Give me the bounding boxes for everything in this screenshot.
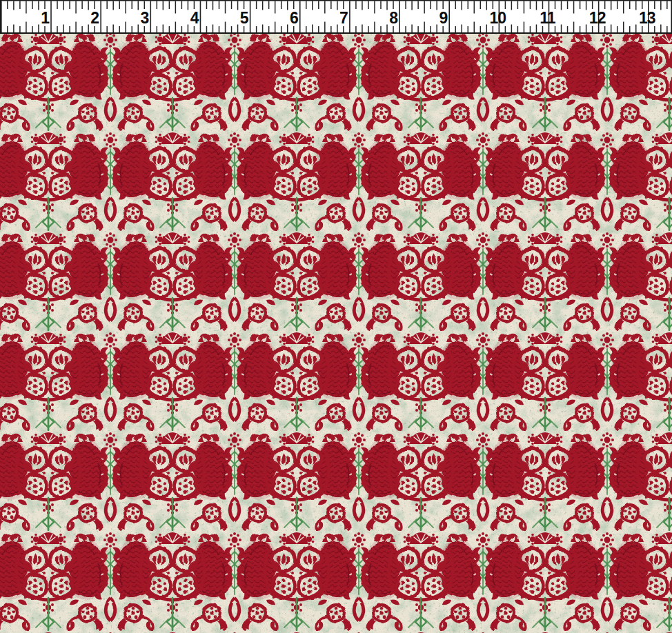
ruler-number: 12	[589, 9, 606, 27]
ruler-number: 7	[339, 9, 348, 27]
ruler-number: 6	[290, 9, 298, 27]
ruler-number: 5	[240, 9, 249, 27]
ruler: 12345678910111213	[0, 0, 672, 34]
fabric-weave-grain	[0, 34, 672, 633]
ruler-number: 11	[540, 9, 556, 27]
ruler-scale: 12345678910111213	[0, 0, 672, 34]
damask-pattern	[0, 34, 672, 633]
ruler-number: 4	[190, 9, 199, 27]
fabric-swatch-photo: 12345678910111213	[0, 0, 672, 633]
fabric-swatch	[0, 34, 672, 633]
ruler-number: 3	[141, 9, 149, 27]
ruler-number: 9	[439, 9, 447, 27]
ruler-number: 2	[90, 9, 99, 27]
ruler-number: 13	[639, 9, 655, 27]
ruler-number: 8	[389, 9, 398, 27]
ruler-number: 1	[41, 9, 50, 27]
ruler-number: 10	[490, 9, 506, 27]
